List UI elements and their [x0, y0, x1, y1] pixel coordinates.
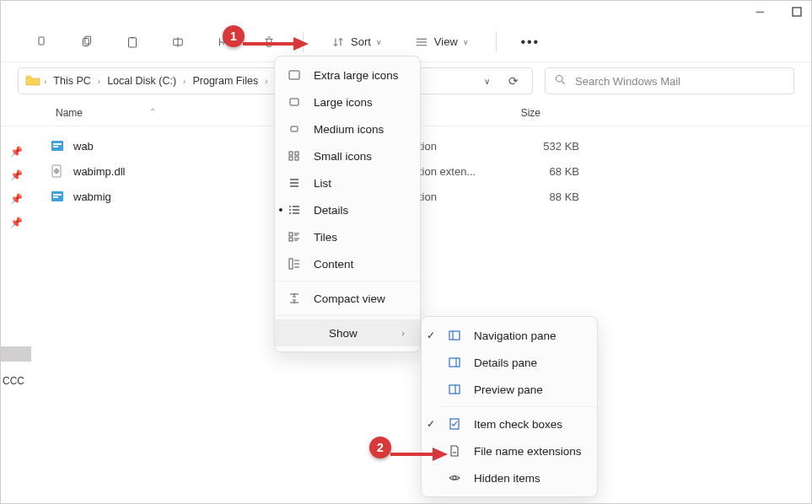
- sidebar-text: CCC: [1, 375, 24, 387]
- svg-rect-25: [449, 331, 460, 340]
- annotation-arrow-1: [243, 35, 310, 52]
- history-dropdown[interactable]: ∨: [475, 69, 498, 93]
- svg-rect-16: [290, 99, 298, 105]
- preview-pane-icon: [447, 383, 462, 396]
- svg-point-6: [557, 76, 563, 83]
- file-type: tion: [419, 140, 503, 153]
- search-input[interactable]: Search Windows Mail: [545, 67, 794, 94]
- svg-rect-13: [53, 194, 62, 196]
- refresh-button[interactable]: ⟳: [502, 69, 525, 93]
- file-size: 88 KB: [503, 190, 579, 203]
- minimize-button[interactable]: ─: [754, 6, 766, 18]
- list-icon: [287, 176, 302, 190]
- menu-item-details[interactable]: •Details: [275, 196, 420, 223]
- rename-button[interactable]: [163, 27, 193, 57]
- svg-rect-9: [53, 146, 58, 147]
- svg-rect-20: [289, 157, 293, 160]
- sort-button[interactable]: Sort ∨: [322, 27, 390, 57]
- svg-point-29: [453, 476, 456, 480]
- annotation-badge-1: 1: [223, 25, 245, 47]
- maximize-button[interactable]: [791, 6, 803, 18]
- column-size[interactable]: Size: [473, 107, 540, 119]
- menu-item-preview-pane[interactable]: Preview pane: [442, 376, 597, 403]
- menu-item-extra-large-icons[interactable]: Extra large icons: [275, 62, 420, 88]
- folder-icon: [25, 74, 40, 88]
- menu-item-compact-view[interactable]: Compact view: [275, 285, 420, 312]
- chevron-right-icon: ›: [183, 77, 186, 86]
- sidebar-fragment: CCC: [1, 346, 35, 387]
- pin-icon: 📌: [10, 193, 23, 205]
- app-icon: [50, 189, 65, 204]
- svg-marker-31: [293, 37, 309, 51]
- menu-item-navigation-pane[interactable]: ✓Navigation pane: [442, 322, 597, 349]
- svg-rect-23: [289, 238, 293, 241]
- chevron-right-icon: ›: [98, 77, 100, 86]
- menu-item-content[interactable]: Content: [275, 250, 420, 277]
- svg-rect-19: [295, 152, 298, 155]
- details-icon: [287, 203, 302, 217]
- view-label: View: [434, 35, 458, 48]
- cut-button[interactable]: [26, 27, 56, 57]
- svg-rect-2: [83, 38, 89, 46]
- hidden-items-icon: [447, 471, 462, 485]
- svg-rect-4: [129, 37, 137, 46]
- menu-separator: [275, 281, 420, 281]
- check-icon: ✓: [427, 418, 438, 430]
- svg-marker-33: [433, 448, 448, 461]
- content-icon: [287, 257, 302, 271]
- menu-item-tiles[interactable]: Tiles: [275, 223, 420, 250]
- svg-rect-26: [449, 358, 460, 367]
- svg-rect-15: [289, 71, 299, 79]
- menu-item-small-icons[interactable]: Small icons: [275, 142, 420, 169]
- file-type: tion: [419, 190, 503, 203]
- quick-access-pins: 📌 📌 📌 📌: [1, 146, 31, 228]
- dll-icon: [50, 164, 65, 179]
- pin-icon: 📌: [10, 217, 23, 228]
- search-placeholder: Search Windows Mail: [575, 75, 680, 88]
- extra-large-icons-icon: [287, 68, 302, 82]
- menu-item-large-icons[interactable]: Large icons: [275, 88, 420, 115]
- view-menu: Extra large icons Large icons Medium ico…: [274, 56, 421, 352]
- file-type: tion exten...: [419, 165, 503, 178]
- breadcrumb-item[interactable]: Local Disk (C:): [104, 73, 180, 88]
- menu-item-show[interactable]: Show›: [275, 319, 420, 346]
- svg-rect-22: [289, 233, 293, 236]
- menu-item-list[interactable]: List: [275, 169, 420, 196]
- title-bar: ─: [1, 1, 811, 22]
- svg-rect-27: [449, 385, 460, 394]
- selected-indicator: •: [277, 203, 285, 217]
- breadcrumb-item[interactable]: This PC: [50, 73, 94, 88]
- large-icons-icon: [287, 95, 302, 109]
- chevron-right-icon: ›: [44, 77, 46, 86]
- copy-button[interactable]: [72, 27, 102, 57]
- menu-item-file-name-extensions[interactable]: File name extensions: [442, 437, 597, 464]
- tiles-icon: [287, 230, 302, 244]
- medium-icons-icon: [287, 122, 302, 136]
- pin-icon: 📌: [10, 146, 23, 158]
- svg-rect-1: [39, 37, 44, 45]
- navigation-pane-icon: [447, 329, 462, 342]
- svg-rect-3: [85, 36, 91, 44]
- sort-label: Sort: [351, 35, 371, 48]
- paste-button[interactable]: [117, 27, 148, 57]
- menu-item-details-pane[interactable]: Details pane: [442, 349, 597, 376]
- pin-icon: 📌: [10, 169, 23, 181]
- menu-item-hidden-items[interactable]: Hidden items: [442, 464, 597, 491]
- menu-item-item-check-boxes[interactable]: ✓Item check boxes: [442, 410, 597, 437]
- compact-view-icon: [287, 292, 302, 305]
- annotation-badge-2: 2: [369, 437, 391, 458]
- app-icon: [50, 138, 65, 153]
- checkboxes-icon: [447, 417, 462, 431]
- svg-rect-24: [289, 259, 293, 269]
- file-size: 532 KB: [503, 140, 579, 153]
- breadcrumb-item[interactable]: Program Files: [189, 73, 261, 88]
- menu-separator: [442, 406, 597, 407]
- search-icon: [554, 73, 567, 88]
- more-button[interactable]: •••: [515, 27, 546, 57]
- svg-rect-0: [793, 8, 801, 16]
- chevron-right-icon: ›: [265, 77, 267, 86]
- check-icon: ✓: [427, 330, 438, 341]
- menu-item-medium-icons[interactable]: Medium icons: [275, 115, 420, 142]
- details-pane-icon: [447, 356, 462, 369]
- view-button[interactable]: View ∨: [406, 27, 477, 57]
